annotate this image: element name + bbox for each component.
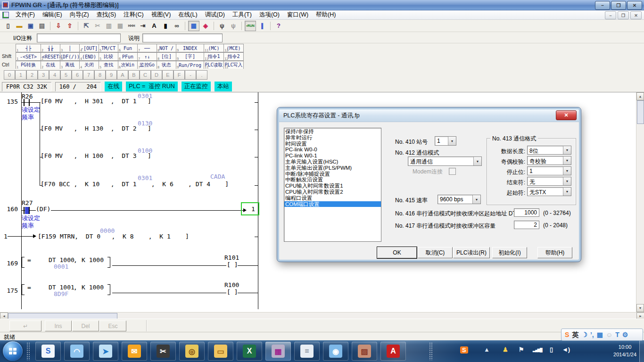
station-number-select[interactable]: 1▼ (435, 136, 456, 146)
list-item[interactable]: COM端口设置 (284, 201, 381, 207)
comm-mode-select[interactable]: 通用通信▼ (408, 156, 482, 166)
chevron-down-icon[interactable]: ▼ (448, 137, 456, 145)
io-comment-input[interactable] (37, 33, 121, 42)
menu-item[interactable]: 文件(F) (12, 10, 39, 20)
photo-viewer-taskbar-icon[interactable]: ▨ (352, 342, 377, 361)
soft-keyboard-icon[interactable]: ▦ (597, 331, 603, 338)
fn-key[interactable]: 6PFun (118, 52, 138, 61)
hex-key[interactable]: B (128, 70, 140, 80)
comm-format-select[interactable]: 奇校验▼ (527, 156, 571, 165)
restore-icon[interactable]: ❐ (611, 1, 626, 10)
safely-remove-icon[interactable]: ▯ (550, 346, 553, 353)
sogou-tray-icon[interactable]: S (460, 346, 468, 354)
browser-taskbar-icon[interactable]: ◠ (64, 342, 90, 361)
copy-icon[interactable]: ▥ (104, 21, 114, 31)
fn-key[interactable]: 7── (137, 44, 157, 52)
jump-icon[interactable]: ⇥ (138, 21, 148, 31)
network-icon[interactable]: ▂▄▆█ (533, 348, 542, 352)
fn-key[interactable]: 3离线 (60, 61, 80, 69)
comm-format-select[interactable]: 无STX▼ (527, 187, 571, 196)
fn-key[interactable]: 11(MC) (204, 44, 224, 52)
download-to-plc-icon[interactable]: ⇩ (53, 21, 64, 31)
online-mode-icon[interactable]: ψ (217, 21, 227, 31)
list-item[interactable]: 中断/脉冲捕捉设置 (284, 171, 381, 177)
list-item[interactable]: 主单元输出设置(PLS/PWM) (284, 165, 381, 171)
vscroll-thumb[interactable] (637, 100, 644, 124)
monitor-grid-icon[interactable]: ▦ (188, 21, 199, 31)
hex-key[interactable]: 0 (4, 70, 15, 80)
fn-key[interactable]: 12指令2 (223, 52, 244, 61)
fpwin-gr-taskbar-icon[interactable]: ▦ (265, 342, 291, 361)
device-monitor-icon[interactable]: ◈ (200, 21, 211, 31)
qq-tray-icon[interactable]: ♟ (503, 346, 508, 353)
hex-key[interactable]: 4 (49, 70, 60, 80)
hex-key[interactable]: D (151, 70, 162, 80)
delete-key-button[interactable]: Del (72, 321, 99, 331)
hex-key[interactable]: C (140, 70, 151, 80)
fn-key[interactable]: 1PG转换 (16, 61, 41, 69)
offline-mode-icon[interactable]: ψ (228, 21, 239, 31)
hex-key[interactable]: 3 (38, 70, 49, 80)
horizontal-scrollbar[interactable]: ◄ ► (0, 312, 644, 319)
list-item[interactable]: 时间设置 (284, 141, 381, 147)
print-icon[interactable]: ▤ (37, 21, 47, 31)
escape-key-button[interactable]: Esc (99, 321, 126, 331)
chevron-down-icon[interactable]: ▼ (472, 195, 480, 204)
chevron-down-icon[interactable]: ▼ (563, 188, 571, 196)
hex-key[interactable]: 8 (94, 70, 106, 80)
fn-key[interactable]: 4(END) (79, 52, 99, 61)
fn-key[interactable]: 8[位] (157, 52, 176, 61)
language-bar[interactable]: S英☽’,▦☺T⚙ (561, 329, 643, 341)
minimize-icon[interactable]: – (595, 1, 610, 10)
register-category-list[interactable]: 保持/非保持异常时运行时间设置PC-link W0-0PC-link W0-1主… (284, 128, 381, 242)
start-button[interactable] (3, 341, 23, 361)
hex-key[interactable]: - (185, 70, 196, 80)
fn-key[interactable]: 1┤├ (16, 44, 41, 52)
chevron-down-icon[interactable]: ▼ (563, 156, 571, 165)
new-file-icon[interactable]: ▯ (3, 21, 13, 31)
buffer-start-input[interactable]: 1000 (514, 208, 539, 217)
hex-key[interactable]: 7 (83, 70, 94, 80)
show-desktop-button[interactable] (639, 340, 644, 362)
hidden-icons-button[interactable]: ▲ (484, 346, 490, 353)
user-profile-icon[interactable]: ☺ (606, 331, 612, 338)
paste-icon[interactable]: ▦ (115, 21, 125, 31)
modem-checkbox[interactable] (449, 168, 456, 175)
fn-key[interactable]: 9Run/Prog (176, 61, 204, 69)
initialize-button[interactable]: 初始化(I) (492, 247, 527, 258)
vertical-scrollbar[interactable]: ▲ ▼ (636, 92, 644, 312)
fn-key[interactable]: 5查找 (99, 61, 118, 69)
fn-key[interactable]: 8状态 (157, 61, 176, 69)
fn-key[interactable]: 3(DF(/)) (60, 52, 80, 61)
fn-key[interactable]: 9INDEX (176, 44, 204, 52)
fn-key[interactable]: 7监控Go (137, 61, 157, 69)
notepad-taskbar-icon[interactable]: ≡ (294, 342, 320, 361)
fn-key[interactable]: 12PLC写入 (223, 61, 244, 69)
list-item[interactable]: CPU输入时间常数设置1 (284, 183, 381, 189)
open-file-icon[interactable]: ▬ (14, 21, 25, 31)
menu-item[interactable]: 工具(T) (229, 10, 256, 20)
list-item[interactable]: 中断触发沿设置 (284, 177, 381, 183)
fn-key[interactable]: 4关闭 (79, 61, 99, 69)
chevron-down-icon[interactable]: ▼ (563, 146, 571, 154)
volume-icon[interactable]: ◄) (562, 346, 570, 353)
hex-key[interactable]: E (162, 70, 173, 80)
comm-format-select[interactable]: 1▼ (527, 166, 571, 175)
fn-key[interactable]: 5TM/CT (99, 44, 118, 52)
mail-taskbar-icon[interactable]: ✉ (122, 342, 147, 361)
block-comment-icon[interactable]: ▮ (160, 21, 171, 31)
toolbox-icon[interactable]: ⚙ (622, 331, 628, 338)
fn-key[interactable]: 2-<RESET> (41, 52, 60, 61)
menu-item[interactable]: 注释(C) (120, 10, 147, 20)
hummingbird-app-taskbar-icon[interactable]: ➤ (93, 342, 118, 361)
cut-icon[interactable]: ✂ (92, 21, 103, 31)
chevron-down-icon[interactable]: ▼ (473, 157, 481, 165)
input-mode-english-icon[interactable]: 英 (572, 331, 578, 338)
upload-from-plc-icon[interactable]: ⇧ (65, 21, 75, 31)
hex-key[interactable]: 1 (15, 70, 26, 80)
buffer-capacity-input[interactable]: 2 (514, 221, 539, 229)
fn-key[interactable]: 1-<SET> (16, 52, 41, 61)
cancel-button[interactable]: 取消(C) (418, 247, 453, 258)
text-comment-icon[interactable]: A (149, 21, 159, 31)
scroll-up-icon[interactable]: ▲ (636, 92, 644, 100)
